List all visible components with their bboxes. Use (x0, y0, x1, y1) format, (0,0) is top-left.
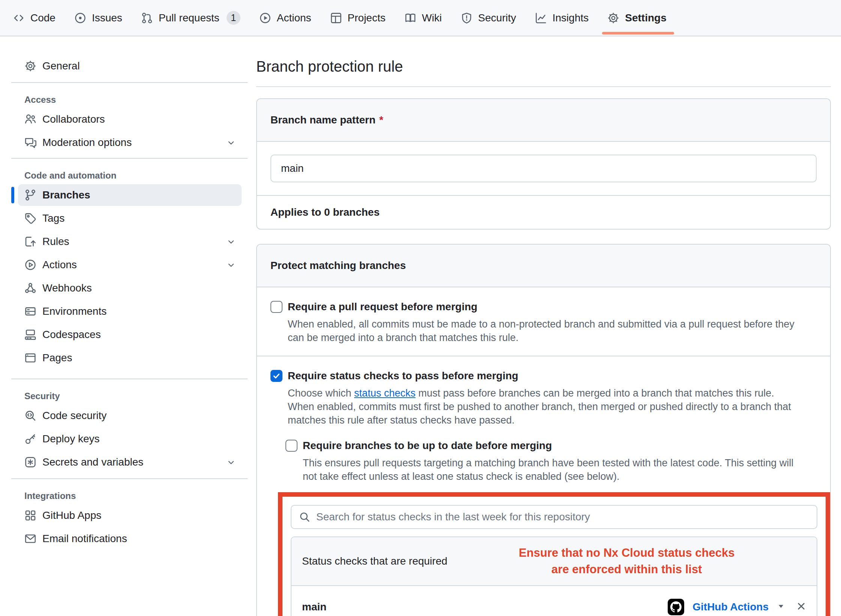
sidebar-divider (11, 478, 248, 479)
sidebar-section-integrations: Integrations (11, 490, 248, 502)
server-icon (24, 305, 36, 317)
sidebar-item-label: Pages (42, 352, 72, 364)
branch-name-pattern-header: Branch name pattern* (257, 99, 830, 142)
github-settings-page: Code Issues Pull requests 1 Actions Pr (0, 0, 841, 616)
check-icon (272, 371, 281, 380)
table-icon (330, 12, 342, 24)
sidebar-item-collaborators[interactable]: Collaborators (18, 108, 242, 130)
required-asterisk: * (379, 114, 383, 126)
sidebar-item-codespaces[interactable]: Codespaces (18, 324, 242, 346)
code-icon (13, 12, 25, 24)
gear-icon (24, 60, 36, 72)
sidebar-item-secrets-variables[interactable]: Secrets and variables (18, 451, 242, 473)
sidebar-item-branches[interactable]: Branches (18, 184, 242, 206)
sidebar-item-moderation-options[interactable]: Moderation options (18, 132, 242, 153)
git-branch-icon (24, 189, 36, 201)
status-checks-link[interactable]: status checks (354, 388, 416, 399)
tab-label: Code (30, 12, 56, 24)
title-divider (256, 86, 831, 87)
sidebar-item-actions[interactable]: Actions (18, 254, 242, 276)
require-status-checks-checkbox[interactable] (270, 370, 282, 382)
branch-name-pattern-input[interactable] (270, 155, 817, 182)
sidebar-item-label: Deploy keys (42, 433, 100, 445)
chevron-down-icon (227, 458, 236, 467)
require-up-to-date-label: Require branches to be up to date before… (303, 440, 552, 452)
status-list-header-label: Status checks that are required (302, 555, 448, 567)
sidebar-item-github-apps[interactable]: GitHub Apps (18, 505, 242, 526)
tab-projects[interactable]: Projects (325, 6, 391, 30)
tab-label: Insights (553, 12, 589, 24)
annotation-text: Ensure that no Nx Cloud status checks ar… (448, 545, 806, 578)
protect-matching-branches-header: Protect matching branches (257, 245, 830, 287)
tab-label: Security (478, 12, 516, 24)
annotation-line-2: are enforced within this list (448, 561, 806, 578)
sidebar-item-pages[interactable]: Pages (18, 347, 242, 369)
sidebar-item-tags[interactable]: Tags (18, 207, 242, 229)
sidebar-item-label: Codespaces (42, 329, 101, 341)
sidebar-item-code-security[interactable]: Code security (18, 405, 242, 427)
sidebar-item-environments[interactable]: Environments (18, 300, 242, 322)
require-pr-checkbox[interactable] (270, 301, 282, 313)
sidebar-item-label: General (42, 60, 80, 72)
require-status-checks-description: Choose which status checks must pass bef… (270, 386, 796, 427)
sidebar-item-label: Secrets and variables (42, 456, 143, 468)
applies-to-branches: Applies to 0 branches (257, 195, 830, 229)
tab-wiki[interactable]: Wiki (399, 6, 447, 30)
repo-nav: Code Issues Pull requests 1 Actions Pr (0, 0, 841, 36)
branch-name-pattern-card: Branch name pattern* Applies to 0 branch… (256, 98, 831, 230)
sidebar-item-label: Environments (42, 305, 107, 317)
tab-code[interactable]: Code (8, 6, 61, 30)
tab-security[interactable]: Security (455, 6, 521, 30)
sidebar-item-label: Email notifications (42, 533, 127, 545)
github-actions-link[interactable]: GitHub Actions (692, 601, 769, 613)
tab-pull-requests[interactable]: Pull requests 1 (136, 6, 246, 30)
tab-label: Settings (625, 12, 666, 24)
sidebar-item-deploy-keys[interactable]: Deploy keys (18, 428, 242, 450)
caret-down-icon[interactable] (777, 602, 785, 612)
codespaces-icon (24, 329, 36, 341)
tab-actions[interactable]: Actions (254, 6, 317, 30)
annotation-line-1: Ensure that no Nx Cloud status checks (448, 545, 806, 561)
branch-name-pattern-body (257, 142, 830, 195)
chevron-down-icon (227, 260, 236, 269)
protect-matching-branches-card: Protect matching branches Require a pull… (256, 244, 831, 616)
tag-icon (24, 212, 36, 224)
settings-sidebar: General Access Collaborators Moderation … (11, 36, 248, 551)
people-icon (24, 113, 36, 125)
tab-issues[interactable]: Issues (69, 6, 128, 30)
sidebar-item-label: Tags (42, 212, 65, 224)
require-up-to-date-checkbox[interactable] (285, 440, 297, 452)
book-icon (404, 12, 416, 24)
sidebar-item-email-notifications[interactable]: Email notifications (18, 528, 242, 550)
rules-icon (24, 236, 36, 248)
annotation-highlight-box: Search for status checks in the last wee… (278, 492, 830, 616)
sidebar-item-rules[interactable]: Rules (18, 231, 242, 252)
active-tab-underline (602, 32, 674, 35)
status-check-name: main (302, 601, 326, 613)
remove-status-check-icon[interactable] (796, 601, 806, 613)
status-checks-search[interactable]: Search for status checks in the last wee… (291, 505, 817, 529)
gear-icon (607, 12, 619, 24)
graph-icon (535, 12, 547, 24)
tab-settings[interactable]: Settings (602, 6, 671, 30)
mail-icon (24, 533, 36, 545)
tab-label: Issues (92, 12, 122, 24)
chevron-down-icon (227, 138, 236, 147)
key-icon (24, 433, 36, 445)
search-placeholder: Search for status checks in the last wee… (316, 511, 590, 523)
octocat-icon (670, 601, 682, 613)
sidebar-item-general[interactable]: General (18, 55, 242, 77)
sidebar-item-label: Moderation options (42, 137, 132, 149)
sidebar-item-label: Rules (42, 236, 69, 248)
sidebar-item-label: Actions (42, 259, 77, 271)
sidebar-item-label: GitHub Apps (42, 509, 101, 521)
browser-icon (24, 352, 36, 364)
sidebar-item-label: Code security (42, 410, 107, 422)
require-pr-label: Require a pull request before merging (288, 301, 478, 313)
sidebar-item-webhooks[interactable]: Webhooks (18, 277, 242, 299)
require-pr-section: Require a pull request before merging Wh… (257, 287, 830, 356)
tab-insights[interactable]: Insights (530, 6, 594, 30)
require-pr-description: When enabled, all commits must be made t… (270, 317, 796, 344)
sidebar-section-security: Security (11, 391, 248, 402)
sidebar-item-label: Webhooks (42, 282, 92, 294)
